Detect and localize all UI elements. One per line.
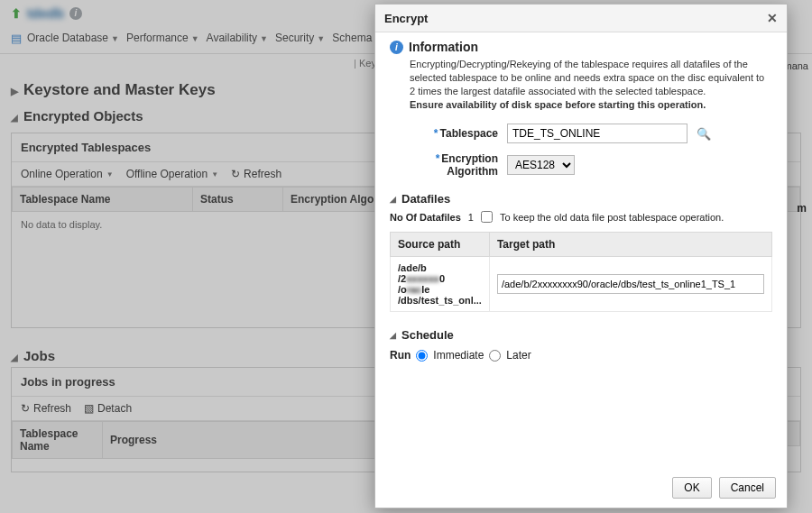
col-target-path[interactable]: Target path — [489, 233, 771, 257]
keep-old-checkbox[interactable] — [481, 211, 493, 223]
tablespace-input[interactable] — [507, 124, 687, 143]
run-later-label: Later — [506, 349, 531, 362]
algorithm-select[interactable]: AES128 — [507, 155, 575, 175]
schedule-heading: Schedule — [401, 328, 454, 342]
no-of-datafiles-label: No Of Datafiles — [390, 212, 461, 223]
run-later-radio[interactable] — [489, 350, 501, 362]
info-icon: i — [390, 41, 403, 54]
encrypt-dialog: Encrypt ✕ iInformation Encrypting/Decryp… — [374, 4, 788, 508]
no-of-datafiles-value: 1 — [468, 212, 474, 223]
ok-button[interactable]: OK — [672, 477, 711, 499]
source-path-value: /ade/b /2xxxxxx0 /oracle /dbs/test_ts_on… — [398, 262, 482, 306]
run-label: Run — [390, 349, 411, 362]
truncated-text2: m — [797, 202, 807, 215]
close-icon[interactable]: ✕ — [767, 11, 778, 25]
datafile-row: /ade/b /2xxxxxx0 /oracle /dbs/test_ts_on… — [391, 257, 772, 312]
search-icon[interactable]: 🔍 — [697, 127, 711, 141]
info-text-bold: Ensure availability of disk space before… — [410, 99, 706, 110]
run-immediate-label: Immediate — [433, 349, 484, 362]
collapse-icon[interactable]: ◢ — [390, 195, 396, 204]
datafiles-heading: Datafiles — [401, 192, 450, 206]
collapse-icon[interactable]: ◢ — [390, 331, 396, 340]
target-path-input[interactable] — [497, 274, 764, 294]
info-heading: Information — [409, 40, 478, 54]
info-text: Encrypting/Decrypting/Rekeying of the ta… — [410, 59, 764, 96]
run-immediate-radio[interactable] — [416, 350, 428, 362]
keep-old-label: To keep the old data file post tablespac… — [500, 212, 724, 223]
tablespace-label: Tablespace — [440, 127, 498, 140]
algorithm-label: Encryption Algorithm — [441, 152, 498, 178]
dialog-title: Encrypt — [384, 12, 428, 25]
col-source-path[interactable]: Source path — [391, 233, 490, 257]
cancel-button[interactable]: Cancel — [719, 477, 776, 499]
